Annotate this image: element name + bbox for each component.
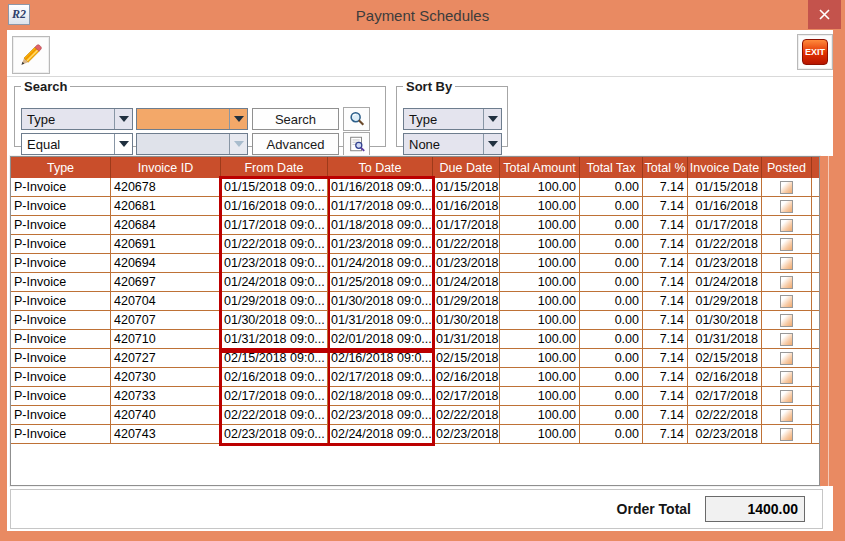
cell-type: P-Invoice — [11, 311, 111, 329]
cell-to-date: 02/16/2018 09:0... — [328, 349, 433, 367]
cell-posted — [762, 292, 812, 310]
zoom-search-button[interactable] — [343, 107, 370, 131]
table-row[interactable]: P-Invoice42069401/23/2018 09:0...01/24/2… — [11, 254, 819, 273]
table-row[interactable]: P-Invoice42067801/15/2018 09:0...01/16/2… — [11, 178, 819, 197]
cell-due-date: 01/22/2018 — [433, 235, 500, 253]
column-header-due-date[interactable]: Due Date — [433, 157, 500, 178]
search-field-dropdown[interactable]: Type — [21, 108, 133, 130]
cell-invoice-date: 02/22/2018 — [688, 406, 762, 424]
posted-checkbox — [780, 295, 793, 308]
cell-total-amount: 100.00 — [500, 254, 580, 272]
column-header-type[interactable]: Type — [11, 157, 111, 178]
title-bar[interactable]: R2 Payment Schedules — [0, 0, 845, 30]
cell-filler — [812, 349, 819, 367]
table-row[interactable]: P-Invoice42074002/22/2018 09:0...02/23/2… — [11, 406, 819, 425]
search-operator-dropdown[interactable]: Equal — [21, 133, 133, 155]
cell-total-tax: 0.00 — [580, 235, 643, 253]
table-row[interactable]: P-Invoice42068401/17/2018 09:0...01/18/2… — [11, 216, 819, 235]
pencil-icon — [18, 42, 44, 68]
cell-filler — [812, 368, 819, 386]
order-total-field[interactable]: 1400.00 — [705, 496, 805, 522]
cell-total-amount: 100.00 — [500, 178, 580, 196]
chevron-down-icon[interactable] — [229, 109, 247, 129]
table-row[interactable]: P-Invoice42069101/22/2018 09:0...01/23/2… — [11, 235, 819, 254]
cell-type: P-Invoice — [11, 273, 111, 291]
column-header-invoice-date[interactable]: Invoice Date — [688, 157, 762, 178]
cell-type: P-Invoice — [11, 178, 111, 196]
posted-checkbox — [780, 238, 793, 251]
chevron-down-icon[interactable] — [483, 109, 501, 129]
cell-from-date: 02/15/2018 09:0... — [221, 349, 328, 367]
cell-filler — [812, 235, 819, 253]
cell-total-amount: 100.00 — [500, 216, 580, 234]
table-row[interactable]: P-Invoice42072702/15/2018 09:0...02/16/2… — [11, 349, 819, 368]
cell-type: P-Invoice — [11, 254, 111, 272]
cell-invoice-id: 420710 — [111, 330, 221, 348]
cell-to-date: 01/23/2018 09:0... — [328, 235, 433, 253]
cell-due-date: 01/15/2018 — [433, 178, 500, 196]
edit-button[interactable] — [12, 36, 50, 74]
column-header-to-date[interactable]: To Date — [328, 157, 433, 178]
close-button[interactable] — [808, 0, 841, 29]
sort-primary-dropdown[interactable]: Type — [403, 108, 502, 130]
sort-secondary-dropdown[interactable]: None — [403, 133, 502, 155]
column-header-total-tax[interactable]: Total Tax — [580, 157, 643, 178]
table-row[interactable]: P-Invoice42074302/23/2018 09:0...02/24/2… — [11, 425, 819, 444]
cell-total-percent: 7.14 — [643, 330, 688, 348]
cell-invoice-date: 01/17/2018 — [688, 216, 762, 234]
chevron-down-icon[interactable] — [114, 109, 132, 129]
cell-total-tax: 0.00 — [580, 254, 643, 272]
exit-button[interactable]: EXIT — [797, 34, 833, 70]
table-row[interactable]: P-Invoice42070401/29/2018 09:0...01/30/2… — [11, 292, 819, 311]
posted-checkbox — [780, 314, 793, 327]
column-header-total-percent[interactable]: Total % — [643, 157, 688, 178]
column-header-invoice-id[interactable]: Invoice ID — [111, 157, 221, 178]
column-header-from-date[interactable]: From Date — [221, 157, 328, 178]
cell-invoice-date: 01/23/2018 — [688, 254, 762, 272]
chevron-down-icon[interactable] — [483, 134, 501, 154]
cell-invoice-id: 420730 — [111, 368, 221, 386]
posted-checkbox — [780, 352, 793, 365]
table-row[interactable]: P-Invoice42071001/31/2018 09:0...02/01/2… — [11, 330, 819, 349]
cell-type: P-Invoice — [11, 235, 111, 253]
close-icon — [819, 9, 830, 20]
cell-due-date: 01/24/2018 — [433, 273, 500, 291]
search-button[interactable]: Search — [252, 108, 339, 130]
cell-from-date: 01/16/2018 09:0... — [221, 197, 328, 215]
sort-by-group: Sort By Type None — [396, 79, 508, 147]
cell-total-percent: 7.14 — [643, 425, 688, 443]
table-row[interactable]: P-Invoice42073002/16/2018 09:0...02/17/2… — [11, 368, 819, 387]
posted-checkbox — [780, 333, 793, 346]
search-group: Search Type Search Equal — [14, 79, 386, 147]
table-row[interactable]: P-Invoice42068101/16/2018 09:0...01/17/2… — [11, 197, 819, 216]
cell-filler — [812, 292, 819, 310]
search-value-dropdown[interactable] — [136, 108, 248, 130]
cell-to-date: 01/16/2018 09:0... — [328, 178, 433, 196]
table-row[interactable]: P-Invoice42069701/24/2018 09:0...01/25/2… — [11, 273, 819, 292]
cell-invoice-date: 02/17/2018 — [688, 387, 762, 405]
cell-filler — [812, 330, 819, 348]
cell-total-tax: 0.00 — [580, 273, 643, 291]
cell-invoice-id: 420743 — [111, 425, 221, 443]
chevron-down-icon[interactable] — [114, 134, 132, 154]
cell-total-amount: 100.00 — [500, 292, 580, 310]
cell-total-tax: 0.00 — [580, 216, 643, 234]
cell-due-date: 01/17/2018 — [433, 216, 500, 234]
column-header-total-amount[interactable]: Total Amount — [500, 157, 580, 178]
cell-total-amount: 100.00 — [500, 330, 580, 348]
cell-type: P-Invoice — [11, 349, 111, 367]
cell-type: P-Invoice — [11, 330, 111, 348]
cell-filler — [812, 387, 819, 405]
advanced-button[interactable]: Advanced — [252, 133, 339, 155]
order-total-label: Order Total — [617, 501, 691, 517]
table-row[interactable]: P-Invoice42073302/17/2018 09:0...02/18/2… — [11, 387, 819, 406]
column-header-posted[interactable]: Posted — [762, 157, 812, 178]
cell-from-date: 02/17/2018 09:0... — [221, 387, 328, 405]
posted-checkbox — [780, 371, 793, 384]
cell-from-date: 02/22/2018 09:0... — [221, 406, 328, 424]
table-row[interactable]: P-Invoice42070701/30/2018 09:0...01/31/2… — [11, 311, 819, 330]
advanced-find-button[interactable] — [343, 132, 370, 156]
cell-posted — [762, 311, 812, 329]
cell-total-percent: 7.14 — [643, 349, 688, 367]
cell-total-tax: 0.00 — [580, 349, 643, 367]
